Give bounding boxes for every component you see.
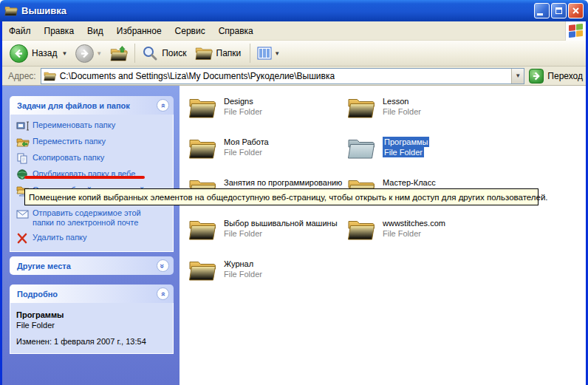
other-places-header[interactable]: Другие места » [10,256,174,275]
details-panel: Подробно » Программы File Folder Изменен… [10,285,174,354]
title-bar[interactable]: Вышивка [0,0,588,21]
address-input[interactable]: C:\Documents and Settings\Liza\My Docume… [41,68,525,84]
copy-folder-icon [16,153,30,164]
task-delete-folder[interactable]: Удалить папку [16,233,168,244]
toolbar-separator [250,44,250,63]
go-icon [529,69,544,84]
details-header[interactable]: Подробно » [10,285,174,303]
folder-icon [188,259,216,282]
folder-item-designs[interactable]: DesignsFile Folder [188,96,262,119]
folder-icon-selected [347,137,375,160]
back-dropdown-icon[interactable]: ▼ [61,50,67,57]
menu-edit[interactable]: Правка [38,23,81,39]
go-button[interactable]: Переход [529,69,583,84]
details-item-type: File Folder [16,321,167,330]
details-item-name: Программы [16,310,167,319]
search-label: Поиск [162,48,186,58]
menu-view[interactable]: Вид [81,23,110,39]
search-icon [142,45,158,61]
address-dropdown-button[interactable]: ▼ [511,69,524,84]
email-icon [16,208,30,219]
collapse-chevron-icon[interactable]: » [157,287,169,300]
file-tasks-title: Задачи для файлов и папок [17,101,130,110]
folder-item-programmy-selected[interactable]: ПрограммыFile Folder [347,137,429,160]
standard-toolbar: Назад ▼ ▼ Поиск [2,41,586,67]
folder-item-zhurnal[interactable]: ЖурналFile Folder [188,259,262,282]
folders-label: Папки [216,48,242,58]
folder-icon [188,96,216,119]
go-label: Переход [547,71,583,81]
folders-button[interactable]: Папки [192,44,247,62]
folder-icon [188,218,216,241]
minimize-button[interactable] [534,3,550,18]
menu-help[interactable]: Справка [212,23,260,39]
address-bar: Адрес: C:\Documents and Settings\Liza\My… [2,67,586,86]
publish-tooltip: Помещение копий выбранных элементов на о… [24,188,539,205]
details-modified: Изменен: 1 февраля 2007 г., 13:54 [16,337,167,346]
back-icon [10,44,28,63]
folder-icon [188,137,216,160]
window-title: Вышивка [21,5,66,16]
task-move-folder[interactable]: Переместить папку [16,137,168,148]
up-folder-icon [110,45,128,61]
toolbar-separator [134,44,135,63]
move-folder-icon [16,137,30,148]
folder-item-moya-rabota[interactable]: Моя РаботаFile Folder [188,137,269,160]
folder-icon [347,218,375,241]
collapse-chevron-icon[interactable]: » [157,99,169,112]
rename-icon [16,120,30,132]
menu-file[interactable]: Файл [2,23,38,39]
delete-icon [16,233,30,244]
menu-bar: Файл Правка Вид Избранное Сервис Справка [2,21,586,41]
back-button[interactable]: Назад ▼ [7,43,72,64]
window-folder-icon [4,5,18,16]
file-tasks-panel: Задачи для файлов и папок » Переименоват… [10,96,174,252]
views-dropdown-icon[interactable]: ▼ [274,50,280,57]
forward-button[interactable]: ▼ [72,43,107,64]
folder-item-wwwstitches[interactable]: wwwstitches.comFile Folder [347,218,445,241]
task-copy-folder[interactable]: Скопировать папку [16,153,168,164]
task-email-folder[interactable]: Отправить содержимое этой папки по элект… [16,208,168,228]
views-button[interactable]: ▼ [254,45,285,61]
menu-tools[interactable]: Сервис [168,23,212,39]
forward-icon [75,44,94,63]
tooltip-text: Помещение копий выбранных элементов на о… [29,193,548,202]
search-button[interactable]: Поиск [139,44,191,63]
forward-dropdown-icon: ▼ [96,50,102,57]
file-tasks-header[interactable]: Задачи для файлов и папок » [10,96,174,115]
back-label: Назад [32,48,57,58]
explorer-window: Вышивка Файл Правка Вид Избранное Сервис… [0,0,588,385]
folders-icon [195,46,213,61]
other-places-panel: Другие места » [10,256,174,275]
menu-favorites[interactable]: Избранное [110,23,168,39]
address-value: C:\Documents and Settings\Liza\My Docume… [60,71,335,81]
folder-item-vybor-mashiny[interactable]: Выбор вышивальной машиныFile Folder [188,218,338,241]
address-label: Адрес: [8,71,36,81]
maximize-button[interactable] [551,3,567,18]
views-icon [257,47,272,60]
close-button[interactable] [568,3,584,18]
up-button[interactable] [107,44,131,63]
windows-logo [565,21,586,41]
address-folder-icon [44,71,56,81]
window-border-left [0,21,2,385]
close-icon [572,7,580,15]
folder-item-lesson[interactable]: LessonFile Folder [347,96,421,119]
expand-chevron-icon[interactable]: » [157,259,169,272]
annotation-red-underline [24,176,145,179]
folder-icon [347,96,375,119]
task-rename-folder[interactable]: Переименовать папку [16,120,168,132]
